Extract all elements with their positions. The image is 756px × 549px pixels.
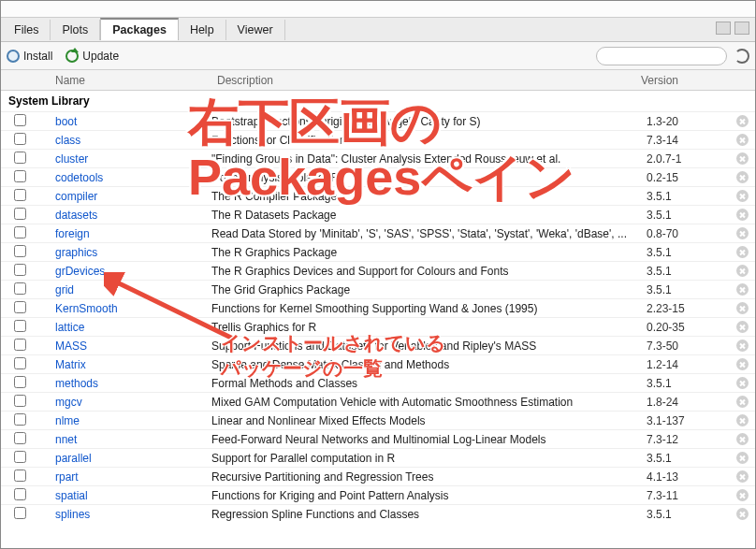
remove-icon[interactable] xyxy=(736,115,749,127)
package-checkbox[interactable] xyxy=(14,133,26,145)
tab-plots[interactable]: Plots xyxy=(51,20,100,40)
package-name-link[interactable]: grid xyxy=(38,283,211,296)
package-checkbox[interactable] xyxy=(14,320,26,332)
remove-icon[interactable] xyxy=(736,227,749,239)
package-name-link[interactable]: KernSmooth xyxy=(38,302,211,315)
package-name-link[interactable]: foreign xyxy=(38,227,211,240)
package-name-link[interactable]: lattice xyxy=(38,321,211,334)
package-checkbox[interactable] xyxy=(14,432,26,444)
package-checkbox[interactable] xyxy=(14,451,26,463)
package-row: nnetFeed-Forward Neural Networks and Mul… xyxy=(1,429,755,448)
col-desc: Description xyxy=(211,74,641,87)
package-name-link[interactable]: parallel xyxy=(38,452,211,465)
package-checkbox[interactable] xyxy=(14,376,26,388)
remove-icon[interactable] xyxy=(736,414,749,426)
package-checkbox[interactable] xyxy=(14,507,26,519)
remove-icon[interactable] xyxy=(736,470,749,483)
remove-icon[interactable] xyxy=(736,377,749,389)
remove-icon[interactable] xyxy=(736,452,749,464)
tab-help[interactable]: Help xyxy=(179,20,226,40)
package-row: mgcvMixed GAM Computation Vehicle with A… xyxy=(1,392,755,411)
package-checkbox[interactable] xyxy=(14,208,26,220)
package-name-link[interactable]: compiler xyxy=(38,190,211,203)
package-checkbox[interactable] xyxy=(14,114,26,126)
minimize-icon[interactable] xyxy=(716,22,731,35)
remove-icon[interactable] xyxy=(736,265,749,277)
package-row: rpartRecursive Partitioning and Regressi… xyxy=(1,467,755,485)
refresh-icon[interactable] xyxy=(734,49,749,64)
remove-icon[interactable] xyxy=(736,171,749,183)
packages-list[interactable]: System Library bootBootstrap Functions (… xyxy=(1,91,755,549)
package-version: 7.3-50 xyxy=(647,340,733,353)
packages-toolbar: Install Update xyxy=(1,42,755,70)
remove-icon[interactable] xyxy=(736,283,749,296)
tab-packages[interactable]: Packages xyxy=(100,18,179,40)
package-name-link[interactable]: nnet xyxy=(38,433,211,446)
package-description: Linear and Nonlinear Mixed Effects Model… xyxy=(211,414,647,427)
package-description: Functions for Kernel Smoothing Supportin… xyxy=(211,302,647,315)
package-name-link[interactable]: cluster xyxy=(38,152,211,166)
package-checkbox[interactable] xyxy=(14,395,26,407)
package-row: classFunctions for Classification7.3-14 xyxy=(1,130,755,149)
package-name-link[interactable]: grDevices xyxy=(38,265,211,278)
package-name-link[interactable]: class xyxy=(38,134,211,147)
package-version: 3.5.1 xyxy=(647,452,733,465)
remove-icon[interactable] xyxy=(736,152,749,165)
package-name-link[interactable]: splines xyxy=(38,508,211,521)
package-checkbox[interactable] xyxy=(14,152,26,164)
package-version: 0.20-35 xyxy=(647,321,733,334)
remove-icon[interactable] xyxy=(736,246,749,258)
package-name-link[interactable]: boot xyxy=(38,115,211,128)
package-version: 2.0.7-1 xyxy=(647,152,733,166)
package-description: Functions for Kriging and Point Pattern … xyxy=(211,489,647,502)
remove-icon[interactable] xyxy=(736,134,749,146)
install-button[interactable]: Install xyxy=(7,50,52,63)
package-checkbox[interactable] xyxy=(14,170,26,182)
package-checkbox[interactable] xyxy=(14,282,26,295)
package-name-link[interactable]: graphics xyxy=(38,246,211,259)
package-checkbox[interactable] xyxy=(14,245,26,257)
package-checkbox[interactable] xyxy=(14,488,26,500)
remove-icon[interactable] xyxy=(736,396,749,408)
remove-icon[interactable] xyxy=(736,321,749,333)
package-name-link[interactable]: methods xyxy=(38,377,211,390)
tab-viewer[interactable]: Viewer xyxy=(226,20,285,40)
package-description: Sparse and Dense Matrix Classes and Meth… xyxy=(211,358,647,371)
package-description: Functions for Classification xyxy=(211,134,647,147)
package-checkbox[interactable] xyxy=(14,357,26,369)
package-name-link[interactable]: datasets xyxy=(38,209,211,222)
update-button[interactable]: Update xyxy=(65,50,119,63)
package-checkbox[interactable] xyxy=(14,189,26,201)
package-name-link[interactable]: codetools xyxy=(38,171,211,184)
package-version: 3.5.1 xyxy=(647,283,733,296)
remove-icon[interactable] xyxy=(736,489,749,501)
package-row: parallelSupport for Parallel computation… xyxy=(1,448,755,467)
package-version: 2.23-15 xyxy=(647,302,733,315)
package-name-link[interactable]: mgcv xyxy=(38,396,211,409)
package-checkbox[interactable] xyxy=(14,470,26,482)
remove-icon[interactable] xyxy=(736,209,749,221)
package-name-link[interactable]: nlme xyxy=(38,414,211,427)
package-name-link[interactable]: rpart xyxy=(38,470,211,484)
package-checkbox[interactable] xyxy=(14,301,26,313)
package-name-link[interactable]: MASS xyxy=(38,340,211,353)
package-name-link[interactable]: Matrix xyxy=(38,358,211,371)
remove-icon[interactable] xyxy=(736,433,749,445)
remove-icon[interactable] xyxy=(736,508,749,520)
package-version: 1.3-20 xyxy=(647,115,733,128)
remove-icon[interactable] xyxy=(736,340,749,352)
package-checkbox[interactable] xyxy=(14,413,26,426)
package-checkbox[interactable] xyxy=(14,264,26,276)
search-input[interactable] xyxy=(596,47,727,65)
tab-files[interactable]: Files xyxy=(3,20,51,40)
remove-icon[interactable] xyxy=(736,358,749,370)
remove-icon[interactable] xyxy=(736,190,749,202)
package-description: The Grid Graphics Package xyxy=(211,283,647,296)
package-description: Read Data Stored by 'Minitab', 'S', 'SAS… xyxy=(211,227,647,240)
package-name-link[interactable]: spatial xyxy=(38,489,211,502)
package-checkbox[interactable] xyxy=(14,339,26,351)
package-description: Mixed GAM Computation Vehicle with Autom… xyxy=(211,396,647,409)
maximize-icon[interactable] xyxy=(734,22,749,35)
package-checkbox[interactable] xyxy=(14,226,26,238)
remove-icon[interactable] xyxy=(736,302,749,314)
